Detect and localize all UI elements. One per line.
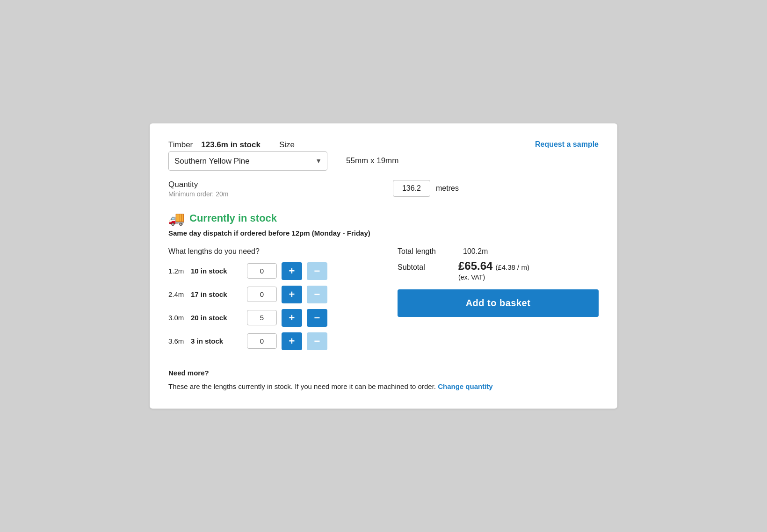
quantity-row: Quantity Minimum order: 20m metres: [168, 180, 599, 198]
plus-button-2[interactable]: +: [282, 286, 302, 303]
top-header-row: Timber 123.6m in stock Size Request a sa…: [168, 140, 599, 150]
lengths-title: What lengths do you need?: [168, 247, 369, 256]
qty-input-1[interactable]: [247, 263, 277, 279]
stock-count-3: 20 in stock: [191, 314, 242, 322]
length-row-4: 3.6m 3 in stock + −: [168, 332, 369, 350]
add-to-basket-button[interactable]: Add to basket: [398, 289, 599, 317]
plus-button-1[interactable]: +: [282, 262, 302, 280]
length-row-3: 3.0m 20 in stock + −: [168, 309, 369, 327]
length-row-2: 2.4m 17 in stock + −: [168, 286, 369, 303]
lengths-section: What lengths do you need? 1.2m 10 in sto…: [168, 247, 599, 356]
summary-panel: Total length 100.2m Subtotal £65.64 (£4.…: [388, 247, 599, 317]
qty-input-3[interactable]: [247, 310, 277, 325]
in-stock-row: 🚚 Currently in stock: [168, 211, 599, 226]
subtotal-label: Subtotal: [398, 263, 458, 272]
subtotal-per-m: (£4.38 / m): [495, 263, 529, 271]
dispatch-text: Same day dispatch if ordered before 12pm…: [168, 229, 599, 237]
stock-count-4: 3 in stock: [191, 337, 242, 345]
product-card: Timber 123.6m in stock Size Request a sa…: [150, 123, 617, 409]
length-3: 3.0m: [168, 314, 186, 322]
total-length-value: 100.2m: [463, 247, 488, 256]
need-more-text: These are the lengths currently in stock…: [168, 381, 599, 392]
plus-button-3[interactable]: +: [282, 309, 302, 327]
timber-select[interactable]: Southern Yellow Pine Douglas Fir Scots P…: [168, 151, 327, 171]
subtotal-row: Subtotal £65.64 (£4.38 / m): [398, 259, 599, 273]
minus-button-2[interactable]: −: [307, 286, 327, 303]
size-label: Size: [279, 140, 295, 150]
min-order-text: Minimum order: 20m: [168, 190, 374, 198]
size-value: 55mm x 19mm: [346, 156, 398, 165]
size-header-right: Size Request a sample: [260, 140, 599, 150]
minus-button-3[interactable]: −: [307, 309, 327, 327]
need-more-section: Need more? These are the lengths current…: [168, 369, 599, 392]
quantity-right: metres: [374, 180, 599, 197]
subtotal-main: £65.64: [458, 259, 492, 273]
total-length-label: Total length: [398, 247, 458, 256]
quantity-label: Quantity: [168, 180, 374, 189]
stock-section: 🚚 Currently in stock Same day dispatch i…: [168, 211, 599, 237]
length-2: 2.4m: [168, 290, 186, 298]
metres-label: metres: [436, 184, 459, 193]
length-row-1: 1.2m 10 in stock + −: [168, 262, 369, 280]
minus-button-4[interactable]: −: [307, 332, 327, 350]
change-quantity-link[interactable]: Change quantity: [438, 382, 493, 390]
in-stock-text: Currently in stock: [189, 212, 277, 224]
timber-header-left: Timber 123.6m in stock: [168, 140, 260, 150]
size-value-container: 55mm x 19mm: [327, 156, 599, 165]
total-length-row: Total length 100.2m: [398, 247, 599, 256]
timber-label: Timber: [168, 140, 193, 150]
plus-button-4[interactable]: +: [282, 332, 302, 350]
stock-count-2: 17 in stock: [191, 290, 242, 298]
stock-amount: 123.6m in stock: [201, 140, 260, 150]
quantity-input[interactable]: [393, 180, 430, 197]
select-size-row: Southern Yellow Pine Douglas Fir Scots P…: [168, 151, 599, 171]
qty-input-2[interactable]: [247, 287, 277, 302]
qty-input-4[interactable]: [247, 333, 277, 349]
stock-count-1: 10 in stock: [191, 267, 242, 275]
timber-select-wrapper: Southern Yellow Pine Douglas Fir Scots P…: [168, 151, 327, 171]
need-more-title: Need more?: [168, 369, 599, 377]
quantity-left: Quantity Minimum order: 20m: [168, 180, 374, 198]
request-sample-link[interactable]: Request a sample: [535, 140, 599, 149]
lengths-left: What lengths do you need? 1.2m 10 in sto…: [168, 247, 369, 356]
need-more-body: These are the lengths currently in stock…: [168, 382, 436, 390]
length-1: 1.2m: [168, 267, 186, 275]
truck-icon: 🚚: [168, 211, 185, 226]
subtotal-vat: (ex. VAT): [458, 273, 599, 281]
minus-button-1[interactable]: −: [307, 262, 327, 280]
length-4: 3.6m: [168, 337, 186, 345]
